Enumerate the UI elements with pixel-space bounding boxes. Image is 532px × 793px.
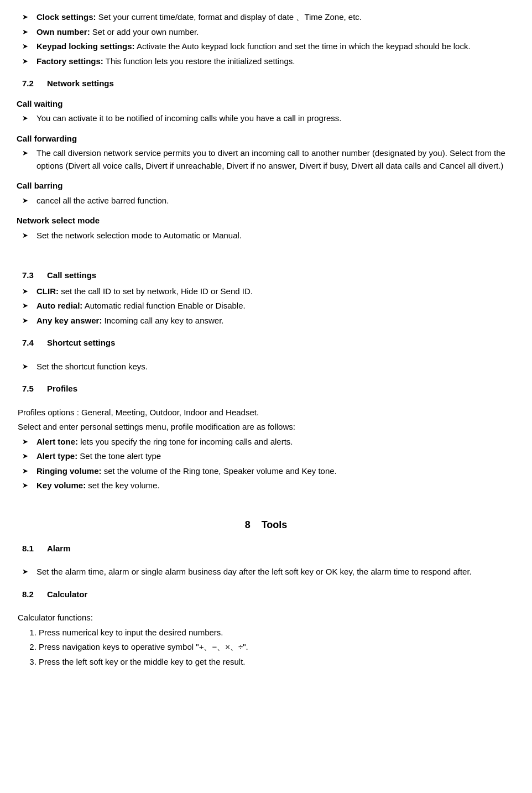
bullet-arrow-icon: ➤ [22, 27, 33, 38]
section-7-5-heading: 7.5 Profiles [17, 383, 515, 395]
bullet-arrow-icon: ➤ [22, 286, 33, 297]
bullet-text: Keypad locking settings: Activate the Au… [36, 40, 515, 53]
alarm-bullet: ➤ Set the alarm time, alarm or single al… [17, 566, 515, 578]
bullet-arrow-icon: ➤ [22, 56, 33, 67]
bullet-arrow-icon: ➤ [22, 300, 33, 311]
bullet-arrow-icon: ➤ [22, 148, 33, 159]
section-title: Profiles [47, 383, 77, 395]
bullet-text: You can activate it to be notified of in… [36, 112, 515, 125]
section-8-1-heading: 8.1 Alarm [17, 542, 515, 555]
profiles-intro-1: Profiles options : General, Meeting, Out… [17, 406, 515, 419]
chapter-8-heading: 8 Tools [17, 518, 515, 533]
bullet-arrow-icon: ➤ [22, 566, 33, 577]
list-item: Press the left soft key or the middle ke… [39, 656, 515, 669]
bullet-text: Any key answer: Incoming call any key to… [36, 315, 515, 327]
bullet-arrow-icon: ➤ [22, 230, 33, 241]
network-select-mode-heading: Network select mode [17, 215, 515, 227]
bullet-arrow-icon: ➤ [22, 315, 33, 326]
top-bullet-list: ➤ Clock settings: Set your current time/… [17, 11, 515, 67]
bullet-text: CLIR: set the call ID to set by network,… [36, 285, 515, 298]
numbered-item-text: Press navigation keys to operative symbo… [39, 642, 248, 651]
bullet-arrow-icon: ➤ [22, 361, 33, 372]
section-number: 8.2 [17, 588, 47, 601]
chapter-number: 8 [245, 519, 251, 530]
numbered-item-text: Press numerical key to input the desired… [39, 628, 223, 637]
list-item: ➤ Auto redial: Automatic redial function… [17, 300, 515, 312]
bullet-text: Set the alarm time, alarm or single alar… [36, 566, 515, 578]
bullet-text: Clock settings: Set your current time/da… [36, 11, 515, 24]
bullet-text: Ringing volume: set the volume of the Ri… [36, 465, 515, 478]
section-number: 7.3 [17, 269, 47, 282]
section-title: Network settings [47, 77, 114, 90]
section-7-4-heading: 7.4 Shortcut settings [17, 337, 515, 349]
list-item: ➤ CLIR: set the call ID to set by networ… [17, 285, 515, 298]
section-number: 8.1 [17, 542, 47, 555]
bullet-text: Key volume: set the key volume. [36, 479, 515, 492]
bullet-text: Own number: Set or add your own number. [36, 26, 515, 39]
network-select-mode-bullet: ➤ Set the network selection mode to Auto… [17, 229, 515, 242]
section-title: Shortcut settings [47, 337, 115, 349]
list-item: ➤ Keypad locking settings: Activate the … [17, 40, 515, 53]
profiles-intro-2: Select and enter personal settings menu,… [17, 421, 515, 434]
numbered-item-text: Press the left soft key or the middle ke… [39, 657, 246, 666]
section-title: Alarm [47, 542, 71, 555]
call-barring-heading: Call barring [17, 180, 515, 192]
list-item: ➤ Alert type: Set the tone alert type [17, 450, 515, 463]
section-7-2-heading: 7.2 Network settings [17, 77, 515, 90]
bullet-text: Set the network selection mode to Automa… [36, 229, 515, 242]
bullet-arrow-icon: ➤ [22, 480, 33, 491]
list-item: Press navigation keys to operative symbo… [39, 641, 515, 654]
calculator-intro: Calculator functions: [17, 612, 515, 624]
list-item: ➤ Factory settings: This function lets y… [17, 55, 515, 68]
bullet-arrow-icon: ➤ [22, 436, 33, 447]
calculator-numbered-list: Press numerical key to input the desired… [39, 627, 515, 669]
section-number: 7.5 [17, 383, 47, 395]
bullet-text: Alert tone: lets you specify the ring to… [36, 436, 515, 448]
list-item: ➤ Own number: Set or add your own number… [17, 26, 515, 39]
call-barring-bullet: ➤ cancel all the active barred function. [17, 195, 515, 207]
bullet-arrow-icon: ➤ [22, 113, 33, 124]
list-item: ➤ Key volume: set the key volume. [17, 479, 515, 492]
list-item: Press numerical key to input the desired… [39, 627, 515, 639]
section-number: 7.2 [17, 77, 47, 90]
bullet-text: The call diversion network service permi… [36, 147, 515, 172]
section-7-3-heading: 7.3 Call settings [17, 269, 515, 282]
call-forwarding-bullet: ➤ The call diversion network service per… [17, 147, 515, 172]
call-waiting-bullet: ➤ You can activate it to be notified of … [17, 112, 515, 125]
bullet-arrow-icon: ➤ [22, 195, 33, 206]
bullet-arrow-icon: ➤ [22, 466, 33, 477]
bullet-text: Factory settings: This function lets you… [36, 55, 515, 68]
chapter-title: Tools [262, 519, 288, 530]
bullet-text: Auto redial: Automatic redial function E… [36, 300, 515, 312]
section-8-2-heading: 8.2 Calculator [17, 588, 515, 601]
bullet-text: Alert type: Set the tone alert type [36, 450, 515, 463]
shortcut-settings-bullet: ➤ Set the shortcut function keys. [17, 361, 515, 373]
bullet-arrow-icon: ➤ [22, 41, 33, 52]
bullet-arrow-icon: ➤ [22, 451, 33, 462]
call-waiting-heading: Call waiting [17, 98, 515, 111]
bullet-text: cancel all the active barred function. [36, 195, 515, 207]
bullet-text: Set the shortcut function keys. [36, 361, 515, 373]
list-item: ➤ Any key answer: Incoming call any key … [17, 315, 515, 327]
section-title: Calculator [47, 588, 87, 601]
list-item: ➤ Alert tone: lets you specify the ring … [17, 436, 515, 448]
section-title: Call settings [47, 269, 96, 282]
section-number: 7.4 [17, 337, 47, 349]
bullet-arrow-icon: ➤ [22, 12, 33, 23]
list-item: ➤ Clock settings: Set your current time/… [17, 11, 515, 24]
list-item: ➤ Ringing volume: set the volume of the … [17, 465, 515, 478]
call-forwarding-heading: Call forwarding [17, 133, 515, 145]
